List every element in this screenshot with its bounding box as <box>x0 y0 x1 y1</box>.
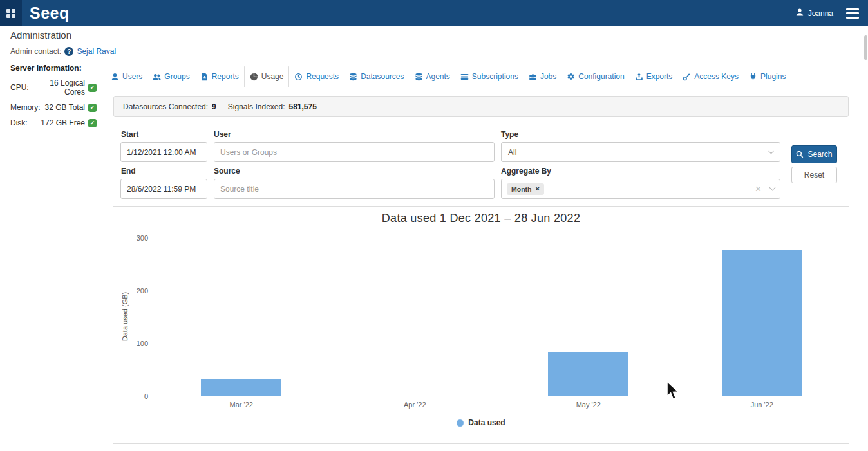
tab-label: Datasources <box>361 72 404 81</box>
hamburger-menu-button[interactable] <box>846 6 859 21</box>
signals-indexed-label: Signals Indexed: <box>228 102 285 111</box>
disk-label: Disk: <box>10 118 28 127</box>
reset-button[interactable]: Reset <box>791 167 837 183</box>
user-filter-input[interactable] <box>214 142 495 162</box>
tab-jobs[interactable]: Jobs <box>524 66 561 87</box>
x-category-label: Mar '22 <box>155 401 328 409</box>
end-date-input[interactable] <box>120 179 207 199</box>
chart-title: Data used 1 Dec 2021 – 28 Jun 2022 <box>113 212 849 225</box>
tab-label: Exports <box>646 72 673 81</box>
check-icon: ✓ <box>88 119 97 127</box>
plot-area <box>155 238 849 396</box>
server-info-row-memory: Memory: 32 GB Total ✓ <box>10 103 97 112</box>
pie-icon <box>250 73 258 81</box>
server-info-row-disk: Disk: 172 GB Free ✓ <box>10 118 97 127</box>
check-icon: ✓ <box>88 104 97 112</box>
search-button-label: Search <box>807 150 832 159</box>
legend-label: Data used <box>468 418 505 427</box>
cpu-value: 16 Logical Cores <box>29 78 85 97</box>
tab-label: Agents <box>426 72 450 81</box>
admin-contact: Admin contact: ? Sejal Raval <box>10 47 116 56</box>
tab-agents[interactable]: Agents <box>410 66 455 87</box>
start-date-input[interactable] <box>120 142 207 162</box>
administration-page: Seeq Joanna Administration Admin contact… <box>0 0 868 451</box>
y-tick-label: 0 <box>144 392 148 400</box>
user-icon <box>111 73 119 81</box>
clear-icon[interactable]: × <box>755 184 761 194</box>
tab-label: Configuration <box>578 72 624 81</box>
gears-icon <box>567 73 575 81</box>
search-button[interactable]: Search <box>791 145 837 163</box>
tab-subscriptions[interactable]: Subscriptions <box>455 66 524 87</box>
x-axis-labels: Mar '22Apr '22May '22Jun '22 <box>155 401 849 410</box>
datasources-connected-value: 9 <box>212 102 216 111</box>
plug-icon <box>749 73 757 81</box>
bar-may-22[interactable] <box>548 352 628 396</box>
tab-label: Access Keys <box>694 72 739 81</box>
users-icon <box>153 73 161 81</box>
search-icon <box>796 151 804 158</box>
tab-users[interactable]: Users <box>106 66 147 87</box>
app-switcher-button[interactable] <box>0 0 22 26</box>
server-info-row-cpu: CPU: 16 Logical Cores ✓ <box>10 78 97 97</box>
export-icon <box>635 73 643 81</box>
source-filter-input[interactable] <box>214 179 495 199</box>
tab-plugins[interactable]: Plugins <box>744 66 791 87</box>
help-icon[interactable]: ? <box>64 47 73 56</box>
tab-label: Groups <box>164 72 189 81</box>
tab-exports[interactable]: Exports <box>630 66 678 87</box>
report-icon <box>200 73 209 81</box>
tab-reports[interactable]: Reports <box>195 66 244 87</box>
topbar-right: Joanna <box>795 6 868 21</box>
user-filter-label: User <box>214 130 231 139</box>
tab-label: Subscriptions <box>472 72 518 81</box>
chevron-down-icon[interactable] <box>769 185 776 191</box>
list-icon <box>460 73 469 81</box>
key-icon <box>683 73 691 81</box>
aggregate-by-select[interactable]: Month × × <box>501 179 780 199</box>
seeq-logo[interactable]: Seeq <box>30 0 70 26</box>
bar-mar-22[interactable] <box>201 379 281 396</box>
x-category-label: Jun '22 <box>675 401 849 409</box>
type-filter-label: Type <box>501 130 518 139</box>
database-icon <box>415 73 423 81</box>
type-select[interactable]: All <box>501 142 780 162</box>
legend-marker <box>457 419 464 427</box>
aggregate-controls: × <box>755 184 775 194</box>
chevron-down-icon <box>768 148 775 154</box>
admin-contact-label: Admin contact: <box>10 47 61 56</box>
admin-contact-link[interactable]: Sejal Raval <box>77 47 116 56</box>
tab-label: Plugins <box>760 72 786 81</box>
signals-indexed-value: 581,575 <box>289 102 317 111</box>
reset-button-label: Reset <box>804 170 824 179</box>
chart-legend[interactable]: Data used <box>113 418 849 427</box>
y-tick-label: 300 <box>137 234 148 242</box>
disk-value: 172 GB Free <box>41 118 85 127</box>
tab-configuration[interactable]: Configuration <box>561 66 629 87</box>
tab-datasources[interactable]: Datasources <box>344 66 409 87</box>
usage-chart: Data used 1 Dec 2021 – 28 Jun 2022 Data … <box>113 206 849 444</box>
tab-label: Jobs <box>540 72 556 81</box>
tab-access-keys[interactable]: Access Keys <box>677 66 744 87</box>
page-title: Administration <box>10 30 71 41</box>
signals-indexed-stat: Signals Indexed: 581,575 <box>228 102 317 111</box>
remove-tag-icon[interactable]: × <box>536 185 540 192</box>
top-navbar: Seeq Joanna <box>0 0 868 26</box>
left-column-divider <box>97 61 97 451</box>
datasources-connected-stat: Datasources Connected: 9 <box>123 102 216 111</box>
admin-tabs: Users Groups Reports Usage Requests Data… <box>97 64 868 87</box>
vertical-scrollbar[interactable] <box>864 35 867 60</box>
user-menu[interactable]: Joanna <box>795 8 833 19</box>
aggregate-tag-month[interactable]: Month × <box>507 183 544 195</box>
bar-jun-22[interactable] <box>722 250 802 396</box>
memory-value: 32 GB Total <box>45 103 85 112</box>
tab-requests[interactable]: Requests <box>289 66 344 87</box>
aggregate-by-label: Aggregate By <box>501 167 551 176</box>
aggregate-tag-label: Month <box>511 185 532 193</box>
y-tick-label: 200 <box>137 287 148 295</box>
y-axis-ticks: 0100200300 <box>113 238 148 396</box>
tab-groups[interactable]: Groups <box>147 66 194 87</box>
datasources-connected-label: Datasources Connected: <box>123 102 208 111</box>
start-label: Start <box>121 130 138 139</box>
tab-usage[interactable]: Usage <box>244 66 290 87</box>
